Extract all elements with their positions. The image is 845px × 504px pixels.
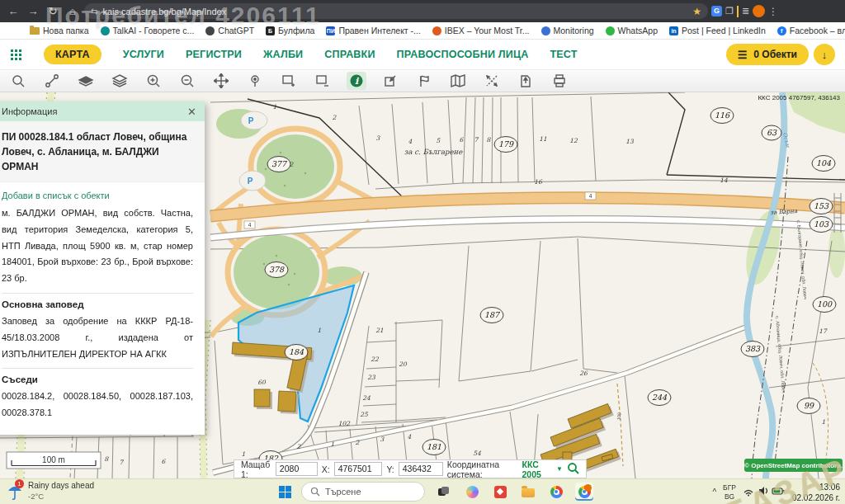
profile-avatar[interactable]: [753, 5, 765, 17]
identify-tool[interactable]: [380, 72, 400, 90]
bookmark-facebook[interactable]: fFacebook – влизан...: [777, 26, 845, 35]
windows-taskbar: 1 Rainy days ahead -2°C Търсене ^ БГРBG: [0, 478, 845, 504]
file-explorer-button[interactable]: [519, 483, 537, 501]
zoom-out-tool[interactable]: [177, 72, 197, 90]
svg-text:4: 4: [589, 193, 592, 199]
chrome-button[interactable]: [547, 483, 565, 501]
bookmark-monitoring[interactable]: Monitoring: [541, 26, 594, 35]
address-bar[interactable]: ⇆ kais.cadastre.bg/bg/Map/Index ★: [84, 3, 708, 19]
export-tool[interactable]: [516, 72, 536, 90]
language-switcher[interactable]: БГРBG: [723, 483, 736, 500]
svg-text:4: 4: [408, 138, 413, 145]
task-view-button[interactable]: [435, 483, 453, 501]
x-input[interactable]: 4767501: [334, 462, 383, 476]
crs-note: ККС 2005 4767597, 436143: [758, 94, 840, 101]
site-info-icon[interactable]: ⇆: [91, 7, 97, 16]
nav-spravki[interactable]: СПРАВКИ: [324, 49, 375, 60]
browser-toolbar: ← → ↻ ⌂ ⇆ kais.cadastre.bg/bg/Map/Index …: [0, 0, 845, 22]
basemap-tool[interactable]: [76, 72, 96, 90]
back-icon[interactable]: ←: [5, 5, 21, 17]
svg-text:100 m: 100 m: [42, 455, 65, 464]
nav-pravosposobni[interactable]: ПРАВОСПОСОБНИ ЛИЦА: [397, 49, 529, 60]
clock[interactable]: 13:06 02.02.2026 г.: [792, 482, 840, 503]
svg-text:377: 377: [271, 159, 288, 168]
statusbar-search-icon[interactable]: [567, 462, 579, 476]
site-navigation: КАРТА УСЛУГИ РЕГИСТРИ ЖАЛБИ СПРАВКИ ПРАВ…: [0, 40, 845, 70]
bookmark-chatgpt[interactable]: ChatGPT: [205, 26, 254, 35]
bookmark-ibex[interactable]: IBEX – Your Most Tr...: [432, 26, 530, 35]
tray-icons[interactable]: [743, 485, 786, 500]
svg-text:13: 13: [625, 138, 635, 145]
y-input[interactable]: 436432: [399, 462, 443, 476]
weather-widget[interactable]: 1 Rainy days ahead -2°C: [7, 481, 94, 501]
deselect-area-tool[interactable]: [313, 72, 333, 90]
pi-icon: ПИ: [326, 26, 335, 35]
parking-label-1: P: [248, 116, 254, 125]
forward-icon[interactable]: →: [25, 5, 41, 17]
svg-text:179: 179: [498, 139, 514, 148]
nav-registri[interactable]: РЕГИСТРИ: [186, 49, 242, 60]
map-sheets-tool[interactable]: [448, 72, 468, 90]
svg-text:4: 4: [248, 222, 252, 228]
nav-test[interactable]: ТЕСТ: [550, 49, 577, 60]
nav-uslugi[interactable]: УСЛУГИ: [123, 49, 164, 60]
start-button[interactable]: [279, 486, 291, 498]
monitoring-icon: [541, 26, 550, 35]
svg-text:16: 16: [534, 178, 543, 186]
apps-dots-icon[interactable]: [10, 49, 22, 61]
svg-text:14: 14: [720, 177, 728, 184]
svg-text:63: 63: [767, 128, 777, 137]
home-icon[interactable]: ⌂: [64, 5, 81, 17]
svg-text:153: 153: [814, 201, 829, 210]
flag-tool[interactable]: [414, 72, 434, 90]
bookmark-talkai[interactable]: TalkAI - Говорете с...: [101, 26, 195, 35]
reload-icon[interactable]: ↻: [45, 5, 61, 17]
split-coordinates-tool[interactable]: [482, 72, 502, 90]
svg-text:383: 383: [745, 344, 761, 353]
bookmark-praven-intelekt[interactable]: ПИПравен Интелект -...: [326, 26, 420, 35]
svg-text:378: 378: [269, 265, 285, 274]
bookmark-new-folder[interactable]: Нова папка: [30, 26, 89, 35]
svg-text:12: 12: [569, 137, 578, 144]
scale-input[interactable]: 2080: [276, 462, 318, 476]
location-pin-tool[interactable]: [245, 72, 265, 90]
bookmark-whatsapp[interactable]: WhatsApp: [606, 26, 658, 35]
reading-list-icon[interactable]: ≣: [742, 6, 749, 16]
tray-chevron[interactable]: ^: [712, 488, 716, 497]
map-statusbar: Мащаб 1: 2080 X: 4767501 Y: 436432 Коорд…: [234, 459, 587, 478]
search-tool[interactable]: [8, 72, 28, 90]
taskbar-search[interactable]: Търсене: [301, 482, 425, 502]
extensions-icon[interactable]: ❐: [725, 6, 734, 16]
nav-zhalbi[interactable]: ЖАЛБИ: [263, 49, 303, 60]
add-to-objects-link[interactable]: Добави в списък с обекти: [2, 191, 193, 200]
svg-text:21: 21: [375, 327, 384, 334]
translate-icon[interactable]: G: [711, 6, 722, 16]
pan-tool[interactable]: [211, 72, 231, 90]
close-icon[interactable]: ✕: [187, 106, 196, 118]
weather-title: Rainy days ahead: [28, 481, 94, 492]
bookmark-bulfila[interactable]: ББулфила: [266, 26, 314, 35]
bookmark-star-icon[interactable]: ★: [692, 6, 701, 17]
recorder-app-button[interactable]: [491, 483, 509, 501]
measure-route-tool[interactable]: [42, 72, 62, 90]
osm-attribution[interactable]: © OpenStreetMap contributors.: [744, 459, 843, 472]
hamburger-icon: ☰: [738, 49, 748, 61]
svg-text:187: 187: [484, 310, 501, 319]
print-tool[interactable]: [550, 72, 569, 90]
download-objects-button[interactable]: ↓: [814, 44, 835, 65]
layers-tool[interactable]: [110, 72, 130, 90]
info-tool[interactable]: i: [347, 72, 366, 90]
nav-karta[interactable]: КАРТА: [44, 45, 101, 64]
bookmark-linkedin[interactable]: inPost | Feed | LinkedIn: [669, 26, 766, 35]
talkai-icon: [101, 26, 110, 35]
select-area-tool[interactable]: [279, 72, 299, 90]
svg-text:22: 22: [371, 356, 380, 363]
copilot-button[interactable]: [463, 483, 481, 501]
chrome-active-button[interactable]: [575, 483, 593, 501]
browser-menu-icon[interactable]: ⋮: [768, 6, 778, 17]
zoom-in-tool[interactable]: [144, 72, 163, 90]
svg-text:17: 17: [819, 327, 828, 335]
crs-dropdown[interactable]: ККС 2005: [522, 459, 553, 479]
crs-caret-icon[interactable]: ▼: [556, 465, 563, 473]
objects-button[interactable]: ☰ 0 Обекти: [726, 44, 809, 65]
